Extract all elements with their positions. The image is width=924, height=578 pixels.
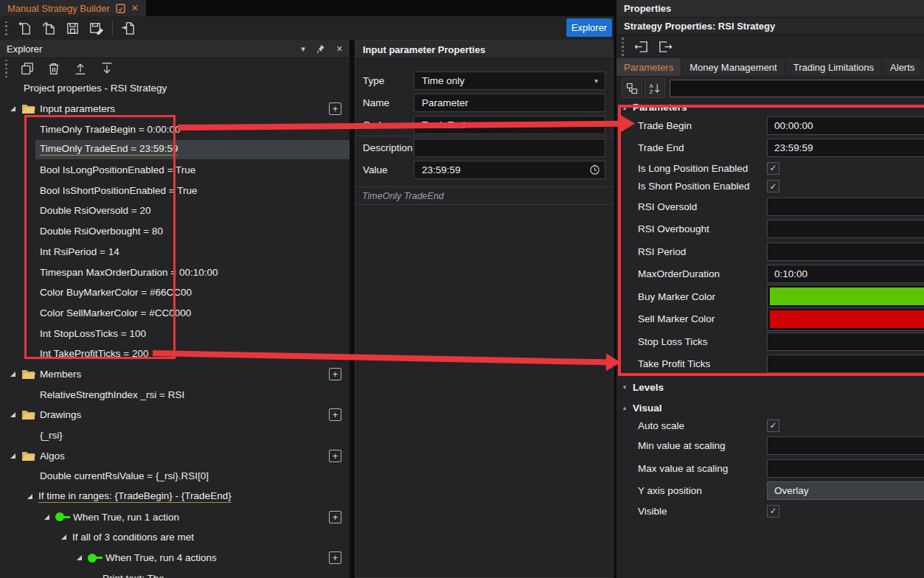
move-to-bottom-button[interactable] bbox=[94, 58, 120, 79]
dropdown-caret-icon[interactable]: ▾ bbox=[594, 77, 598, 85]
tab-trading-limitations[interactable]: Trading Limitations bbox=[786, 58, 881, 76]
property-value-input[interactable] bbox=[767, 243, 924, 261]
tab-money-management[interactable]: Money Management bbox=[682, 58, 785, 76]
tree-row-color-sellmarkercolor-cc0000[interactable]: Color SellMarkerColor = #CC0000 bbox=[0, 303, 350, 324]
tree-row-int-takeprofitticks-200[interactable]: Int TakeProfitTicks = 200 bbox=[0, 344, 350, 364]
value-field[interactable]: 23:59:59 bbox=[414, 161, 605, 179]
tree-row-bool-islongpositionenabled-true[interactable]: Bool IsLongPositionEnabled = True bbox=[0, 160, 350, 181]
tree-row-members[interactable]: Members + bbox=[0, 364, 350, 385]
property-value-input[interactable]: 23:59:59 bbox=[767, 139, 924, 157]
tree-row-color-buymarkercolor-66cc00[interactable]: Color BuyMarkerColor = #66CC00 bbox=[0, 282, 350, 303]
tree-row-rsi[interactable]: {_rsi} bbox=[0, 425, 350, 446]
property-label: Trade Begin bbox=[638, 120, 692, 131]
tree-row-timespan-maxorderduration-00-10-00[interactable]: Timespan MaxOrderDuration = 00:10:00 bbox=[0, 262, 350, 282]
tree-row-relativestrengthindex-rsi-rsi[interactable]: RelativeStrengthIndex _rsi = RSI bbox=[0, 384, 350, 405]
property-value-input[interactable] bbox=[767, 198, 924, 216]
tree-expander-icon[interactable] bbox=[10, 412, 15, 417]
export-settings-button[interactable] bbox=[653, 37, 676, 58]
property-checkbox[interactable]: ✓ bbox=[767, 505, 779, 518]
add-child-button[interactable]: + bbox=[329, 102, 341, 115]
save-as-button[interactable] bbox=[85, 18, 108, 38]
property-checkbox[interactable]: ✓ bbox=[767, 419, 779, 432]
tree-row-double-rsioverbought-80[interactable]: Double RsiOverbought = 80 bbox=[0, 221, 350, 242]
duplicate-node-button[interactable] bbox=[14, 58, 41, 79]
tree-row-double-rsioversold-20[interactable]: Double RsiOversold = 20 bbox=[0, 201, 350, 221]
tab-manual-strategy-builder[interactable]: Manual Strategy Builder ✕ bbox=[0, 0, 146, 16]
pin-icon[interactable] bbox=[316, 44, 325, 54]
add-child-button[interactable]: + bbox=[329, 450, 341, 462]
tree-row-timeonly-tradeend-23-59-59[interactable]: TimeOnly TradeEnd = 23:59:59 bbox=[0, 139, 350, 160]
explorer-button[interactable]: Explorer bbox=[566, 18, 612, 37]
property-group-visual[interactable]: ▴ Visual bbox=[616, 399, 924, 417]
tab-alerts[interactable]: Alerts bbox=[883, 58, 922, 76]
property-color-swatch[interactable] bbox=[767, 307, 924, 331]
import-strategy-button[interactable] bbox=[117, 18, 140, 38]
open-strategy-button[interactable] bbox=[38, 18, 61, 38]
tree-row-drawings[interactable]: Drawings + bbox=[0, 405, 350, 425]
group-expander-icon[interactable]: ▴ bbox=[616, 404, 633, 411]
tree-row-double-currentrsivalue-rsi-rsi-0[interactable]: Double currentRsiValue = {_rsi}.RSI[0] bbox=[0, 466, 350, 487]
property-group-parameters[interactable]: ▴ Parameters bbox=[616, 100, 924, 114]
property-value-input[interactable]: 00:00:00 bbox=[767, 116, 924, 135]
tab-close-icon[interactable]: ✕ bbox=[131, 3, 139, 13]
tree-item-label: If all of 3 conditions are met bbox=[72, 532, 194, 543]
import-settings-button[interactable] bbox=[631, 37, 653, 58]
tree-row-when-true-run-4-actions[interactable]: When True, run 4 actions + bbox=[0, 548, 350, 568]
property-value-input[interactable] bbox=[767, 355, 924, 373]
tree-expander-icon[interactable] bbox=[61, 535, 66, 540]
add-child-button[interactable]: + bbox=[329, 368, 341, 380]
add-child-button[interactable]: + bbox=[329, 511, 341, 523]
explorer-toolbar-drag-handle[interactable] bbox=[5, 60, 7, 78]
panel-menu-caret-icon[interactable]: ▾ bbox=[301, 44, 305, 54]
tree-row-if-all-of-3-conditions-are-met[interactable]: If all of 3 conditions are met bbox=[0, 527, 350, 548]
move-to-top-button[interactable] bbox=[67, 58, 94, 79]
property-value-input[interactable] bbox=[767, 459, 924, 478]
property-checkbox[interactable]: ✓ bbox=[767, 162, 779, 175]
property-value-input[interactable] bbox=[767, 220, 924, 238]
condition-enabled-dot-icon bbox=[88, 554, 97, 563]
name-field[interactable]: Parameter bbox=[414, 94, 605, 112]
tree-row-int-rsiperiod-14[interactable]: Int RsiPeriod = 14 bbox=[0, 242, 350, 262]
tree-row-bool-isshortpositionenabled-true[interactable]: Bool IsShortPositionEnabled = True bbox=[0, 180, 350, 201]
property-dropdown[interactable]: Overlay bbox=[767, 481, 924, 500]
type-field[interactable]: Time only ▾ bbox=[414, 72, 605, 90]
tree-row-project-properties-rsi-strategy[interactable]: Project properties - RSI Strategy bbox=[0, 78, 350, 99]
tree-row-input-parameters[interactable]: Input parameters + bbox=[0, 99, 350, 119]
new-strategy-button[interactable] bbox=[14, 18, 38, 38]
sort-alphabetical-button[interactable]: AZ bbox=[645, 78, 665, 98]
property-checkbox[interactable]: ✓ bbox=[767, 180, 779, 192]
tree-row-algos[interactable]: Algos + bbox=[0, 445, 350, 466]
group-expander-icon[interactable]: ▾ bbox=[616, 383, 633, 391]
close-panel-icon[interactable]: ✕ bbox=[336, 44, 343, 54]
tree-row-timeonly-tradebegin-0-00-00[interactable]: TimeOnly TradeBegin = 0:00:00 bbox=[0, 119, 350, 139]
tree-row-when-true-run-1-action[interactable]: When True, run 1 action + bbox=[0, 506, 350, 527]
property-group-levels[interactable]: ▾ Levels bbox=[616, 378, 924, 396]
tree-row-print-text-the[interactable]: Print text: The... bbox=[0, 568, 350, 578]
properties-search-input[interactable] bbox=[670, 80, 924, 97]
add-child-button[interactable]: + bbox=[329, 551, 341, 564]
save-button[interactable] bbox=[61, 18, 85, 38]
tab-title: Manual Strategy Builder bbox=[7, 3, 110, 14]
toolbar-drag-handle[interactable] bbox=[5, 21, 7, 35]
tree-expander-icon[interactable] bbox=[10, 372, 15, 377]
tree-expander-icon[interactable] bbox=[10, 453, 15, 459]
tree-expander-icon[interactable] bbox=[77, 555, 82, 560]
property-value-input[interactable] bbox=[767, 332, 924, 351]
property-value-input[interactable]: 0:10:00 bbox=[767, 265, 924, 283]
tree-expander-icon[interactable] bbox=[10, 106, 15, 111]
add-child-button[interactable]: + bbox=[329, 408, 341, 421]
delete-node-button[interactable] bbox=[41, 58, 67, 79]
tree-expander-icon[interactable] bbox=[27, 494, 32, 499]
tree-expander-icon[interactable] bbox=[44, 515, 49, 520]
tab-parameters[interactable]: Parameters bbox=[616, 58, 681, 76]
tree-row-int-stoplossticks-100[interactable]: Int StopLossTicks = 100 bbox=[0, 323, 350, 344]
clock-icon[interactable] bbox=[589, 164, 600, 175]
property-value-input[interactable] bbox=[767, 436, 924, 455]
code-field[interactable]: TradeEnd bbox=[414, 116, 605, 134]
description-field[interactable] bbox=[414, 139, 605, 157]
property-color-swatch[interactable] bbox=[767, 285, 924, 308]
tree-row-if-time-in-ranges-tradebegin-tradeend[interactable]: If time in ranges: {TradeBegin} - {Trade… bbox=[0, 487, 350, 507]
categorized-view-button[interactable] bbox=[622, 78, 642, 98]
properties-toolbar-drag-handle[interactable] bbox=[622, 38, 624, 56]
group-expander-icon[interactable]: ▴ bbox=[616, 104, 633, 111]
